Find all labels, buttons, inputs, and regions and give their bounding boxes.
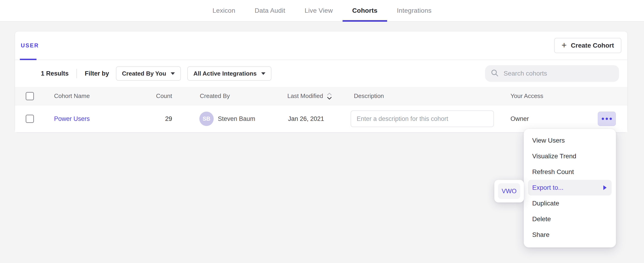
nav-tab-cohorts[interactable]: Cohorts [342, 0, 387, 21]
nav-tab-lexicon[interactable]: Lexicon [203, 0, 245, 21]
more-options-icon [602, 118, 612, 120]
created-by-dropdown[interactable]: Created By You [116, 66, 181, 81]
search-box [485, 65, 619, 82]
menu-item-duplicate[interactable]: Duplicate [524, 195, 616, 211]
submenu-arrow-icon [603, 185, 606, 190]
menu-item-view-users[interactable]: View Users [524, 133, 616, 148]
submenu-item-vwo[interactable]: VWO [498, 183, 520, 199]
panel-tabs-row: USER + Create Cohort [15, 32, 627, 60]
header-cohort-name: Cohort Name [54, 87, 90, 105]
integrations-dropdown-value: All Active Integrations [193, 70, 257, 77]
row-context-menu: View Users Visualize Trend Refresh Count… [524, 129, 616, 247]
more-options-button[interactable] [598, 112, 616, 126]
menu-item-refresh-count[interactable]: Refresh Count [524, 164, 616, 180]
created-by-name: Steven Baum [218, 105, 255, 132]
nav-tab-data-audit[interactable]: Data Audit [245, 0, 295, 21]
avatar: SB [199, 112, 214, 126]
export-submenu: VWO [494, 180, 524, 202]
header-last-modified-label: Last Modified [287, 92, 323, 100]
table-row: Power Users 29 SB Steven Baum Jan 26, 20… [15, 105, 627, 132]
filter-row: 1 Results Filter by Created By You All A… [15, 60, 627, 87]
search-icon [490, 69, 499, 78]
header-count: Count [135, 87, 172, 105]
nav-tab-live-view[interactable]: Live View [295, 0, 342, 21]
last-modified-date: Jan 26, 2021 [288, 105, 324, 132]
cohorts-panel: USER + Create Cohort 1 Results Filter by… [15, 31, 628, 132]
description-input[interactable] [351, 110, 494, 127]
cohort-count: 29 [135, 105, 172, 132]
tab-user[interactable]: USER [21, 32, 39, 60]
menu-item-export-to-label: Export to... [532, 184, 564, 191]
chevron-down-icon [261, 72, 266, 75]
plus-icon: + [562, 41, 566, 50]
create-cohort-label: Create Cohort [571, 42, 614, 49]
header-description: Description [354, 87, 384, 105]
vertical-divider [76, 69, 77, 78]
search-input[interactable] [503, 70, 614, 77]
nav-tab-integrations[interactable]: Integrations [387, 0, 441, 21]
your-access-value: Owner [510, 105, 529, 132]
menu-item-delete[interactable]: Delete [524, 211, 616, 227]
results-count: 1 Results [41, 70, 68, 77]
sort-icon [326, 92, 332, 100]
header-your-access: Your Access [510, 87, 543, 105]
cohort-name-link[interactable]: Power Users [54, 105, 90, 132]
header-created-by: Created By [200, 87, 230, 105]
table-header-row: Cohort Name Count Created By Last Modifi… [15, 87, 627, 105]
chevron-down-icon [171, 72, 175, 75]
top-navigation: Lexicon Data Audit Live View Cohorts Int… [0, 0, 644, 22]
select-all-checkbox[interactable] [26, 92, 34, 100]
filter-by-label: Filter by [85, 70, 109, 77]
row-checkbox[interactable] [26, 115, 34, 123]
header-last-modified[interactable]: Last Modified [287, 87, 332, 105]
create-cohort-button[interactable]: + Create Cohort [554, 38, 621, 53]
integrations-dropdown[interactable]: All Active Integrations [187, 66, 272, 81]
created-by-dropdown-value: Created By You [122, 70, 166, 77]
menu-item-share[interactable]: Share [524, 227, 616, 243]
menu-item-export-to[interactable]: Export to... [528, 180, 612, 195]
menu-item-visualize-trend[interactable]: Visualize Trend [524, 148, 616, 164]
